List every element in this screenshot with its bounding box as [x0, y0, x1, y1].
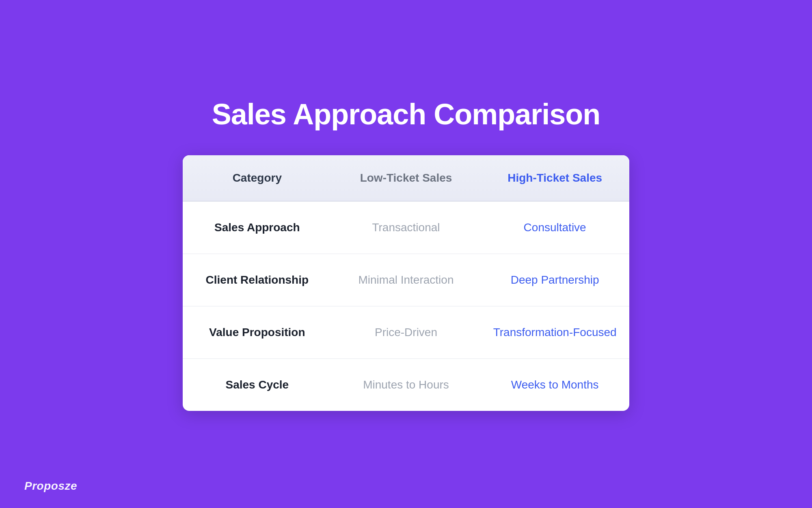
row-sales-approach-high: Consultative [480, 221, 629, 234]
row-sales-approach-category: Sales Approach [183, 221, 332, 234]
table-header: Category Low-Ticket Sales High-Ticket Sa… [183, 155, 629, 202]
header-low-ticket: Low-Ticket Sales [332, 172, 481, 185]
comparison-table: Category Low-Ticket Sales High-Ticket Sa… [183, 155, 629, 411]
row-value-proposition-category: Value Proposition [183, 326, 332, 339]
table-row: Value Proposition Price-Driven Transform… [183, 306, 629, 359]
row-client-relationship-low: Minimal Interaction [332, 274, 481, 287]
row-client-relationship-high: Deep Partnership [480, 274, 629, 287]
row-value-proposition-low: Price-Driven [332, 326, 481, 339]
header-high-ticket: High-Ticket Sales [480, 172, 629, 185]
row-value-proposition-high: Transformation-Focused [480, 326, 629, 339]
row-sales-approach-low: Transactional [332, 221, 481, 234]
table-row: Sales Cycle Minutes to Hours Weeks to Mo… [183, 359, 629, 411]
table-row: Sales Approach Transactional Consultativ… [183, 202, 629, 254]
table-row: Client Relationship Minimal Interaction … [183, 254, 629, 306]
row-sales-cycle-low: Minutes to Hours [332, 378, 481, 391]
row-client-relationship-category: Client Relationship [183, 274, 332, 287]
row-sales-cycle-high: Weeks to Months [480, 378, 629, 391]
brand-logo: Proposze [24, 480, 77, 493]
page-title: Sales Approach Comparison [212, 98, 600, 131]
header-category: Category [183, 172, 332, 185]
row-sales-cycle-category: Sales Cycle [183, 378, 332, 391]
